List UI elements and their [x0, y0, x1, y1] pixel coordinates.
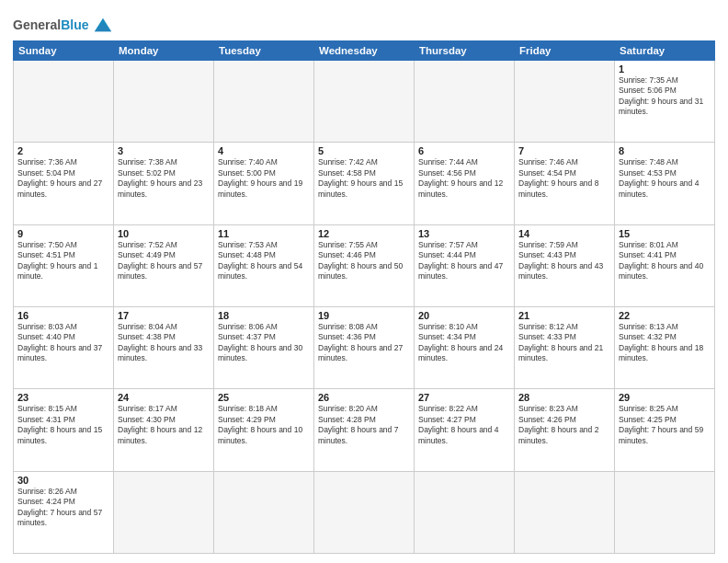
day-info: Sunrise: 7:38 AM Sunset: 5:02 PM Dayligh… — [118, 157, 210, 200]
day-cell: 14Sunrise: 7:59 AM Sunset: 4:43 PM Dayli… — [515, 224, 615, 306]
day-cell — [114, 471, 214, 553]
week-row-3: 16Sunrise: 8:03 AM Sunset: 4:40 PM Dayli… — [14, 306, 715, 388]
day-number: 25 — [218, 392, 310, 403]
day-number: 19 — [318, 310, 410, 321]
day-info: Sunrise: 7:57 AM Sunset: 4:44 PM Dayligh… — [418, 240, 510, 282]
day-number: 27 — [418, 392, 510, 403]
week-row-0: 1Sunrise: 7:35 AM Sunset: 5:06 PM Daylig… — [14, 61, 715, 143]
day-number: 16 — [17, 310, 109, 321]
day-number: 9 — [17, 228, 109, 239]
day-cell: 26Sunrise: 8:20 AM Sunset: 4:28 PM Dayli… — [314, 389, 415, 471]
day-number: 14 — [518, 228, 610, 239]
day-cell: 19Sunrise: 8:08 AM Sunset: 4:36 PM Dayli… — [314, 306, 415, 388]
day-info: Sunrise: 8:08 AM Sunset: 4:36 PM Dayligh… — [318, 322, 410, 364]
day-info: Sunrise: 8:12 AM Sunset: 4:33 PM Dayligh… — [518, 322, 610, 364]
weekday-header-tuesday: Tuesday — [214, 41, 314, 61]
day-info: Sunrise: 7:42 AM Sunset: 4:58 PM Dayligh… — [318, 157, 410, 200]
day-cell: 22Sunrise: 8:13 AM Sunset: 4:32 PM Dayli… — [615, 306, 715, 388]
day-number: 13 — [418, 228, 510, 239]
logo: GeneralBlue — [13, 15, 116, 35]
day-number: 18 — [218, 310, 310, 321]
day-number: 11 — [218, 228, 310, 239]
day-cell — [314, 471, 415, 553]
weekday-header-sunday: Sunday — [14, 41, 114, 61]
week-row-1: 2Sunrise: 7:36 AM Sunset: 5:04 PM Daylig… — [14, 143, 715, 224]
logo-text: GeneralBlue — [13, 17, 88, 33]
day-cell: 10Sunrise: 7:52 AM Sunset: 4:49 PM Dayli… — [114, 224, 214, 306]
day-number: 21 — [518, 310, 610, 321]
day-number: 24 — [118, 392, 210, 403]
day-info: Sunrise: 7:50 AM Sunset: 4:51 PM Dayligh… — [17, 240, 109, 282]
day-cell: 1Sunrise: 7:35 AM Sunset: 5:06 PM Daylig… — [615, 61, 715, 143]
day-number: 20 — [418, 310, 510, 321]
day-cell: 17Sunrise: 8:04 AM Sunset: 4:38 PM Dayli… — [114, 306, 214, 388]
day-info: Sunrise: 8:20 AM Sunset: 4:28 PM Dayligh… — [318, 404, 410, 446]
day-number: 15 — [619, 228, 711, 239]
week-row-2: 9Sunrise: 7:50 AM Sunset: 4:51 PM Daylig… — [14, 224, 715, 306]
day-cell: 6Sunrise: 7:44 AM Sunset: 4:56 PM Daylig… — [415, 143, 515, 224]
day-info: Sunrise: 7:35 AM Sunset: 5:06 PM Dayligh… — [619, 75, 711, 118]
day-info: Sunrise: 8:03 AM Sunset: 4:40 PM Dayligh… — [17, 322, 109, 364]
day-info: Sunrise: 7:53 AM Sunset: 4:48 PM Dayligh… — [218, 240, 310, 282]
day-info: Sunrise: 8:15 AM Sunset: 4:31 PM Dayligh… — [17, 404, 109, 446]
day-cell: 25Sunrise: 8:18 AM Sunset: 4:29 PM Dayli… — [214, 389, 314, 471]
day-info: Sunrise: 8:13 AM Sunset: 4:32 PM Dayligh… — [619, 322, 711, 364]
weekday-header-thursday: Thursday — [415, 41, 515, 61]
day-number: 3 — [118, 145, 210, 156]
week-row-4: 23Sunrise: 8:15 AM Sunset: 4:31 PM Dayli… — [14, 389, 715, 471]
day-cell: 2Sunrise: 7:36 AM Sunset: 5:04 PM Daylig… — [14, 143, 114, 224]
day-number: 28 — [518, 392, 610, 403]
day-cell: 7Sunrise: 7:46 AM Sunset: 4:54 PM Daylig… — [515, 143, 615, 224]
weekday-header-wednesday: Wednesday — [314, 41, 415, 61]
day-info: Sunrise: 8:04 AM Sunset: 4:38 PM Dayligh… — [118, 322, 210, 364]
day-number: 7 — [518, 145, 610, 156]
day-number: 17 — [118, 310, 210, 321]
day-cell: 21Sunrise: 8:12 AM Sunset: 4:33 PM Dayli… — [515, 306, 615, 388]
day-info: Sunrise: 7:48 AM Sunset: 4:53 PM Dayligh… — [619, 157, 711, 200]
day-cell — [114, 61, 214, 143]
day-info: Sunrise: 7:40 AM Sunset: 5:00 PM Dayligh… — [218, 157, 310, 200]
day-cell — [515, 61, 615, 143]
day-cell: 15Sunrise: 8:01 AM Sunset: 4:41 PM Dayli… — [615, 224, 715, 306]
day-info: Sunrise: 7:59 AM Sunset: 4:43 PM Dayligh… — [518, 240, 610, 282]
day-info: Sunrise: 8:23 AM Sunset: 4:26 PM Dayligh… — [518, 404, 610, 446]
calendar: SundayMondayTuesdayWednesdayThursdayFrid… — [13, 40, 715, 554]
weekday-header-monday: Monday — [114, 41, 214, 61]
day-number: 10 — [118, 228, 210, 239]
day-number: 22 — [619, 310, 711, 321]
day-cell — [515, 471, 615, 553]
day-number: 6 — [418, 145, 510, 156]
day-cell — [314, 61, 415, 143]
day-cell — [415, 471, 515, 553]
day-info: Sunrise: 7:36 AM Sunset: 5:04 PM Dayligh… — [17, 157, 109, 200]
weekday-header-friday: Friday — [515, 41, 615, 61]
day-cell — [615, 471, 715, 553]
header: GeneralBlue — [13, 11, 715, 35]
day-number: 5 — [318, 145, 410, 156]
svg-marker-1 — [95, 23, 111, 31]
day-info: Sunrise: 8:25 AM Sunset: 4:25 PM Dayligh… — [619, 404, 711, 446]
day-cell — [214, 61, 314, 143]
day-cell: 9Sunrise: 7:50 AM Sunset: 4:51 PM Daylig… — [14, 224, 114, 306]
day-info: Sunrise: 8:06 AM Sunset: 4:37 PM Dayligh… — [218, 322, 310, 364]
day-number: 4 — [218, 145, 310, 156]
logo-blue: Blue — [61, 17, 88, 32]
day-cell: 16Sunrise: 8:03 AM Sunset: 4:40 PM Dayli… — [14, 306, 114, 388]
day-cell: 3Sunrise: 7:38 AM Sunset: 5:02 PM Daylig… — [114, 143, 214, 224]
day-number: 29 — [619, 392, 711, 403]
day-info: Sunrise: 7:44 AM Sunset: 4:56 PM Dayligh… — [418, 157, 510, 200]
day-number: 12 — [318, 228, 410, 239]
day-cell: 23Sunrise: 8:15 AM Sunset: 4:31 PM Dayli… — [14, 389, 114, 471]
day-info: Sunrise: 7:46 AM Sunset: 4:54 PM Dayligh… — [518, 157, 610, 200]
day-number: 30 — [17, 475, 109, 486]
day-cell: 18Sunrise: 8:06 AM Sunset: 4:37 PM Dayli… — [214, 306, 314, 388]
weekday-header-row: SundayMondayTuesdayWednesdayThursdayFrid… — [14, 41, 715, 61]
day-info: Sunrise: 8:01 AM Sunset: 4:41 PM Dayligh… — [619, 240, 711, 282]
day-cell — [415, 61, 515, 143]
day-info: Sunrise: 7:55 AM Sunset: 4:46 PM Dayligh… — [318, 240, 410, 282]
day-number: 2 — [17, 145, 109, 156]
day-cell: 24Sunrise: 8:17 AM Sunset: 4:30 PM Dayli… — [114, 389, 214, 471]
day-cell: 4Sunrise: 7:40 AM Sunset: 5:00 PM Daylig… — [214, 143, 314, 224]
day-cell: 29Sunrise: 8:25 AM Sunset: 4:25 PM Dayli… — [615, 389, 715, 471]
day-info: Sunrise: 8:26 AM Sunset: 4:24 PM Dayligh… — [17, 487, 109, 529]
